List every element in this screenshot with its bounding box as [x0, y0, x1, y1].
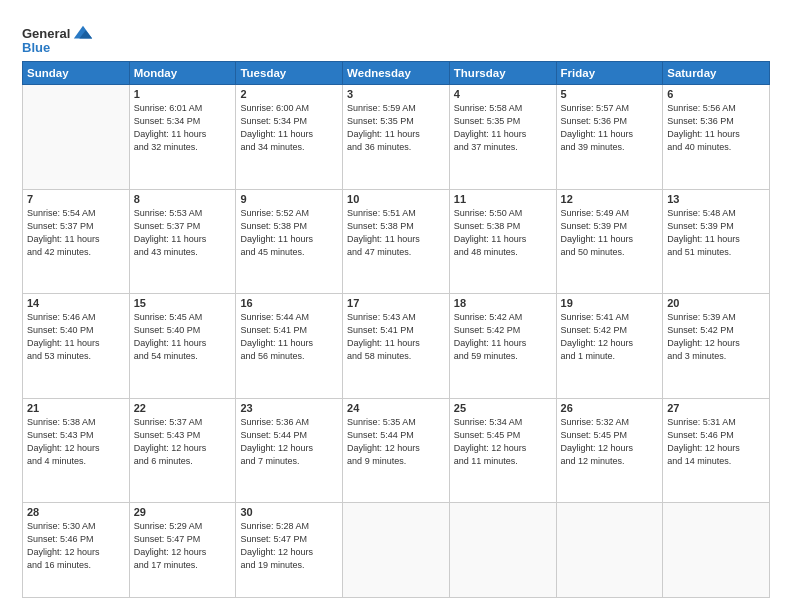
day-number: 13 — [667, 193, 765, 205]
calendar-cell: 12Sunrise: 5:49 AMSunset: 5:39 PMDayligh… — [556, 189, 663, 294]
calendar-cell: 10Sunrise: 5:51 AMSunset: 5:38 PMDayligh… — [343, 189, 450, 294]
calendar-cell: 8Sunrise: 5:53 AMSunset: 5:37 PMDaylight… — [129, 189, 236, 294]
calendar-cell: 2Sunrise: 6:00 AMSunset: 5:34 PMDaylight… — [236, 85, 343, 190]
week-row-3: 14Sunrise: 5:46 AMSunset: 5:40 PMDayligh… — [23, 294, 770, 399]
day-info: Sunrise: 5:52 AMSunset: 5:38 PMDaylight:… — [240, 207, 338, 259]
calendar-cell — [343, 503, 450, 598]
day-number: 7 — [27, 193, 125, 205]
calendar-cell: 17Sunrise: 5:43 AMSunset: 5:41 PMDayligh… — [343, 294, 450, 399]
calendar-cell: 7Sunrise: 5:54 AMSunset: 5:37 PMDaylight… — [23, 189, 130, 294]
day-info: Sunrise: 5:39 AMSunset: 5:42 PMDaylight:… — [667, 311, 765, 363]
calendar-cell: 9Sunrise: 5:52 AMSunset: 5:38 PMDaylight… — [236, 189, 343, 294]
day-info: Sunrise: 5:37 AMSunset: 5:43 PMDaylight:… — [134, 416, 232, 468]
calendar-cell: 20Sunrise: 5:39 AMSunset: 5:42 PMDayligh… — [663, 294, 770, 399]
week-row-5: 28Sunrise: 5:30 AMSunset: 5:46 PMDayligh… — [23, 503, 770, 598]
calendar-cell: 16Sunrise: 5:44 AMSunset: 5:41 PMDayligh… — [236, 294, 343, 399]
day-number: 12 — [561, 193, 659, 205]
day-number: 1 — [134, 88, 232, 100]
calendar-cell: 6Sunrise: 5:56 AMSunset: 5:36 PMDaylight… — [663, 85, 770, 190]
day-info: Sunrise: 5:58 AMSunset: 5:35 PMDaylight:… — [454, 102, 552, 154]
day-number: 25 — [454, 402, 552, 414]
calendar-cell — [449, 503, 556, 598]
day-number: 26 — [561, 402, 659, 414]
day-info: Sunrise: 5:30 AMSunset: 5:46 PMDaylight:… — [27, 520, 125, 572]
day-info: Sunrise: 5:31 AMSunset: 5:46 PMDaylight:… — [667, 416, 765, 468]
day-info: Sunrise: 5:36 AMSunset: 5:44 PMDaylight:… — [240, 416, 338, 468]
weekday-header-row: SundayMondayTuesdayWednesdayThursdayFrid… — [23, 62, 770, 85]
logo-blue: Blue — [22, 40, 50, 55]
weekday-header-thursday: Thursday — [449, 62, 556, 85]
calendar-cell: 21Sunrise: 5:38 AMSunset: 5:43 PMDayligh… — [23, 398, 130, 503]
calendar-cell: 4Sunrise: 5:58 AMSunset: 5:35 PMDaylight… — [449, 85, 556, 190]
day-info: Sunrise: 5:49 AMSunset: 5:39 PMDaylight:… — [561, 207, 659, 259]
weekday-header-monday: Monday — [129, 62, 236, 85]
day-number: 14 — [27, 297, 125, 309]
calendar-cell: 14Sunrise: 5:46 AMSunset: 5:40 PMDayligh… — [23, 294, 130, 399]
day-number: 21 — [27, 402, 125, 414]
day-number: 5 — [561, 88, 659, 100]
calendar-cell: 29Sunrise: 5:29 AMSunset: 5:47 PMDayligh… — [129, 503, 236, 598]
day-info: Sunrise: 5:29 AMSunset: 5:47 PMDaylight:… — [134, 520, 232, 572]
calendar-cell: 26Sunrise: 5:32 AMSunset: 5:45 PMDayligh… — [556, 398, 663, 503]
day-number: 18 — [454, 297, 552, 309]
calendar-cell — [663, 503, 770, 598]
calendar-cell: 13Sunrise: 5:48 AMSunset: 5:39 PMDayligh… — [663, 189, 770, 294]
calendar-cell: 19Sunrise: 5:41 AMSunset: 5:42 PMDayligh… — [556, 294, 663, 399]
day-number: 11 — [454, 193, 552, 205]
weekday-header-friday: Friday — [556, 62, 663, 85]
calendar-cell: 25Sunrise: 5:34 AMSunset: 5:45 PMDayligh… — [449, 398, 556, 503]
weekday-header-sunday: Sunday — [23, 62, 130, 85]
day-number: 30 — [240, 506, 338, 518]
calendar-cell: 11Sunrise: 5:50 AMSunset: 5:38 PMDayligh… — [449, 189, 556, 294]
day-number: 3 — [347, 88, 445, 100]
logo: General Blue — [22, 22, 94, 55]
calendar-cell: 18Sunrise: 5:42 AMSunset: 5:42 PMDayligh… — [449, 294, 556, 399]
day-info: Sunrise: 5:50 AMSunset: 5:38 PMDaylight:… — [454, 207, 552, 259]
logo-triangle-icon — [72, 22, 94, 44]
day-info: Sunrise: 5:32 AMSunset: 5:45 PMDaylight:… — [561, 416, 659, 468]
day-info: Sunrise: 5:43 AMSunset: 5:41 PMDaylight:… — [347, 311, 445, 363]
day-info: Sunrise: 5:35 AMSunset: 5:44 PMDaylight:… — [347, 416, 445, 468]
calendar-cell: 15Sunrise: 5:45 AMSunset: 5:40 PMDayligh… — [129, 294, 236, 399]
day-number: 23 — [240, 402, 338, 414]
weekday-header-wednesday: Wednesday — [343, 62, 450, 85]
day-number: 28 — [27, 506, 125, 518]
day-number: 27 — [667, 402, 765, 414]
day-info: Sunrise: 5:56 AMSunset: 5:36 PMDaylight:… — [667, 102, 765, 154]
page: General Blue SundayMondayTuesdayWednesda… — [0, 0, 792, 612]
calendar-cell: 5Sunrise: 5:57 AMSunset: 5:36 PMDaylight… — [556, 85, 663, 190]
week-row-4: 21Sunrise: 5:38 AMSunset: 5:43 PMDayligh… — [23, 398, 770, 503]
day-info: Sunrise: 5:48 AMSunset: 5:39 PMDaylight:… — [667, 207, 765, 259]
calendar-cell: 24Sunrise: 5:35 AMSunset: 5:44 PMDayligh… — [343, 398, 450, 503]
day-info: Sunrise: 5:51 AMSunset: 5:38 PMDaylight:… — [347, 207, 445, 259]
calendar-cell: 27Sunrise: 5:31 AMSunset: 5:46 PMDayligh… — [663, 398, 770, 503]
day-number: 4 — [454, 88, 552, 100]
header: General Blue — [22, 18, 770, 55]
calendar-cell — [23, 85, 130, 190]
day-number: 19 — [561, 297, 659, 309]
calendar-cell: 22Sunrise: 5:37 AMSunset: 5:43 PMDayligh… — [129, 398, 236, 503]
day-info: Sunrise: 5:57 AMSunset: 5:36 PMDaylight:… — [561, 102, 659, 154]
week-row-2: 7Sunrise: 5:54 AMSunset: 5:37 PMDaylight… — [23, 189, 770, 294]
day-info: Sunrise: 5:28 AMSunset: 5:47 PMDaylight:… — [240, 520, 338, 572]
day-info: Sunrise: 5:34 AMSunset: 5:45 PMDaylight:… — [454, 416, 552, 468]
day-number: 9 — [240, 193, 338, 205]
day-info: Sunrise: 6:01 AMSunset: 5:34 PMDaylight:… — [134, 102, 232, 154]
day-number: 8 — [134, 193, 232, 205]
day-info: Sunrise: 5:44 AMSunset: 5:41 PMDaylight:… — [240, 311, 338, 363]
day-info: Sunrise: 5:54 AMSunset: 5:37 PMDaylight:… — [27, 207, 125, 259]
day-info: Sunrise: 5:59 AMSunset: 5:35 PMDaylight:… — [347, 102, 445, 154]
day-info: Sunrise: 6:00 AMSunset: 5:34 PMDaylight:… — [240, 102, 338, 154]
day-info: Sunrise: 5:38 AMSunset: 5:43 PMDaylight:… — [27, 416, 125, 468]
day-number: 16 — [240, 297, 338, 309]
day-number: 20 — [667, 297, 765, 309]
day-info: Sunrise: 5:46 AMSunset: 5:40 PMDaylight:… — [27, 311, 125, 363]
logo-general: General — [22, 26, 70, 41]
day-number: 24 — [347, 402, 445, 414]
day-info: Sunrise: 5:45 AMSunset: 5:40 PMDaylight:… — [134, 311, 232, 363]
day-number: 22 — [134, 402, 232, 414]
calendar-cell: 30Sunrise: 5:28 AMSunset: 5:47 PMDayligh… — [236, 503, 343, 598]
day-number: 15 — [134, 297, 232, 309]
calendar-table: SundayMondayTuesdayWednesdayThursdayFrid… — [22, 61, 770, 598]
day-info: Sunrise: 5:42 AMSunset: 5:42 PMDaylight:… — [454, 311, 552, 363]
